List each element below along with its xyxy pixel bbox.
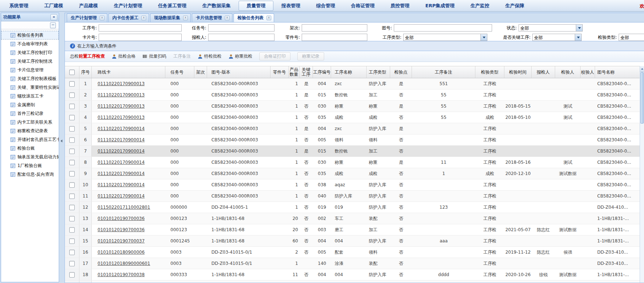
top-menu-item[interactable]: 生产保障 — [497, 1, 532, 11]
header-cell-card[interactable]: 路线卡 — [92, 66, 165, 78]
row-checkbox[interactable] — [69, 250, 75, 255]
routing-card-link[interactable]: 01010120190700036 — [98, 227, 145, 232]
row-checkbox[interactable] — [69, 92, 75, 98]
tab-close-icon[interactable]: x — [100, 16, 104, 20]
row-checkbox[interactable] — [69, 104, 75, 109]
header-cell-insp-type[interactable]: 检验类型 — [475, 66, 504, 78]
sidebar-item[interactable]: 检验任务列表 — [1, 31, 59, 39]
row-checkbox[interactable] — [69, 81, 75, 87]
vertical-scrollbar[interactable] — [640, 66, 644, 283]
header-cell-checkbox[interactable] — [65, 66, 79, 78]
row-checkbox[interactable] — [69, 160, 75, 165]
sidebar-item[interactable]: 金属磨削 — [1, 100, 59, 109]
toolbar-button[interactable]: 批量扫码 — [143, 53, 166, 59]
routing-card-link[interactable]: 01110220170900013 — [98, 81, 145, 86]
header-cell-op-type[interactable]: 工序类型 — [367, 66, 390, 78]
filter-input-r2c0[interactable] — [99, 34, 182, 41]
routing-card-link[interactable]: 0115022017110002801 — [98, 205, 150, 210]
row-checkbox[interactable] — [69, 137, 75, 143]
tab-item[interactable]: 检验任务列表x — [234, 13, 274, 22]
select-all-checkbox[interactable] — [69, 70, 75, 75]
top-menu-item[interactable]: 质控管理 — [383, 1, 417, 11]
sidebar-item[interactable]: 首件三检记录 — [1, 109, 59, 118]
filter-select-r2c5[interactable]: 全部 — [619, 34, 644, 41]
routing-card-link[interactable]: 0101012018090000601 — [98, 261, 150, 266]
routing-card-link[interactable]: 01010120180900006 — [98, 250, 145, 255]
row-checkbox[interactable] — [69, 171, 75, 176]
top-menu-item[interactable]: 报表管理 — [273, 1, 308, 11]
splitter-collapse-arrow-icon[interactable] — [61, 140, 62, 142]
routing-card-link[interactable]: 01010120190700038 — [98, 272, 145, 277]
routing-card-link[interactable]: 01110220170900014 — [98, 137, 145, 142]
filter-select-r1c4[interactable]: 全部 — [519, 24, 583, 32]
filter-input-r1c1[interactable] — [208, 24, 274, 32]
header-cell-op-no[interactable]: 工序编号 — [313, 66, 331, 78]
sidebar-item[interactable]: 关键工序控制表模板 — [1, 74, 59, 83]
dropdown-arrow-icon[interactable] — [480, 34, 487, 41]
top-menu-item[interactable]: 合格证管理 — [343, 1, 383, 11]
top-menu-item[interactable]: 任务派工管理 — [150, 1, 194, 11]
top-menu-item[interactable]: 产品建模 — [71, 1, 106, 11]
filter-select-r2c3[interactable]: 全部 — [403, 34, 487, 41]
row-checkbox[interactable] — [69, 205, 75, 210]
toolbar-button[interactable]: 批检合格 — [112, 53, 136, 59]
sidebar-item[interactable]: 卡片信息管理 — [1, 66, 59, 74]
top-menu-item[interactable]: 工厂建模 — [36, 1, 71, 11]
routing-card-link[interactable]: 01110220170900013 — [98, 115, 145, 120]
toolbar-button[interactable]: 特检批检 — [198, 53, 222, 59]
routing-card-link[interactable]: 01110220170900014 — [98, 149, 145, 154]
tab-close-icon[interactable]: x — [183, 16, 188, 20]
tab-item[interactable]: 现场数据采集x — [150, 13, 191, 22]
top-menu-item[interactable]: 生产数据采集 — [194, 1, 239, 11]
filter-input-r2c2[interactable] — [302, 34, 367, 41]
top-menu-item[interactable]: 质量管理 — [239, 1, 273, 11]
routing-card-link[interactable]: 01110220170900014 — [98, 126, 145, 131]
header-cell-insp-time[interactable]: 检验时间 — [504, 66, 532, 78]
sidebar-collapse-button[interactable]: « — [50, 14, 57, 20]
routing-card-link[interactable]: 01110220170900014 — [98, 182, 145, 187]
tab-item[interactable]: 卡片信息管理x — [192, 13, 232, 22]
sidebar-item[interactable]: 关键工序控制情况 — [1, 57, 59, 66]
filter-input-r1c0[interactable] — [99, 24, 182, 32]
routing-card-link[interactable]: 01010120190700037 — [98, 238, 145, 244]
row-checkbox[interactable] — [69, 238, 75, 244]
tab-close-icon[interactable]: x — [267, 16, 271, 20]
routing-card-link[interactable]: 01110220170900013 — [98, 92, 145, 97]
row-checkbox[interactable] — [69, 261, 75, 266]
sidebar-item[interactable]: 不合格审理列表 — [1, 39, 59, 48]
header-cell-inspector[interactable]: 检验人 — [555, 66, 581, 78]
header-cell-part[interactable]: 零件号 — [271, 66, 289, 78]
routing-card-link[interactable]: 01110220170900013 — [98, 104, 145, 109]
row-checkbox[interactable] — [69, 115, 75, 120]
sidebar-item[interactable]: 螺纹滚压工卡 — [1, 92, 59, 100]
top-menu-item[interactable]: 生产监控 — [462, 1, 497, 11]
sidebar-item[interactable]: 轴承压装无载启动力矩 — [1, 153, 59, 161]
routing-card-link[interactable]: 01110220170900014 — [98, 160, 145, 165]
header-cell-reporter[interactable]: 报检人 — [532, 66, 555, 78]
row-checkbox[interactable] — [69, 193, 75, 199]
row-checkbox[interactable] — [69, 149, 75, 154]
row-checkbox[interactable] — [69, 126, 75, 132]
sidebar-item[interactable]: 配套信息-反向查询 — [1, 170, 59, 179]
filter-select-r2c4[interactable]: 全部 — [532, 34, 582, 41]
sidebar-item[interactable]: 开缝衬套孔挤压工艺卡 — [1, 135, 59, 144]
tab-close-icon[interactable]: x — [141, 16, 146, 20]
top-menu-item[interactable]: 系统管理 — [1, 1, 36, 11]
routing-card-link[interactable]: 01010120190700036 — [98, 216, 145, 221]
sidebar-item[interactable]: 关键工序控制打印 — [1, 48, 59, 57]
top-menu-item[interactable]: 综合管理 — [308, 1, 343, 11]
tab-close-icon[interactable]: x — [225, 16, 230, 20]
header-cell-qty[interactable]: 产品数量 — [289, 66, 300, 78]
routing-card-link[interactable]: 01110220170900014 — [98, 193, 145, 199]
header-cell-key-op[interactable]: 关键工序 — [300, 66, 313, 78]
header-cell-task[interactable]: 任务号 — [165, 66, 194, 78]
tree-collapse-all-button[interactable]: − — [50, 22, 56, 28]
dropdown-arrow-icon[interactable] — [576, 25, 582, 31]
row-checkbox[interactable] — [69, 216, 75, 221]
filter-input-r1c2[interactable] — [302, 24, 367, 32]
row-checkbox[interactable] — [69, 272, 75, 278]
scroll-up-button[interactable] — [640, 66, 644, 72]
header-cell-insp-point[interactable]: 检验点 — [390, 66, 412, 78]
header-cell-rack[interactable]: 架次 — [194, 66, 207, 78]
sidebar-item[interactable]: 1厂检验台账 — [1, 161, 59, 170]
